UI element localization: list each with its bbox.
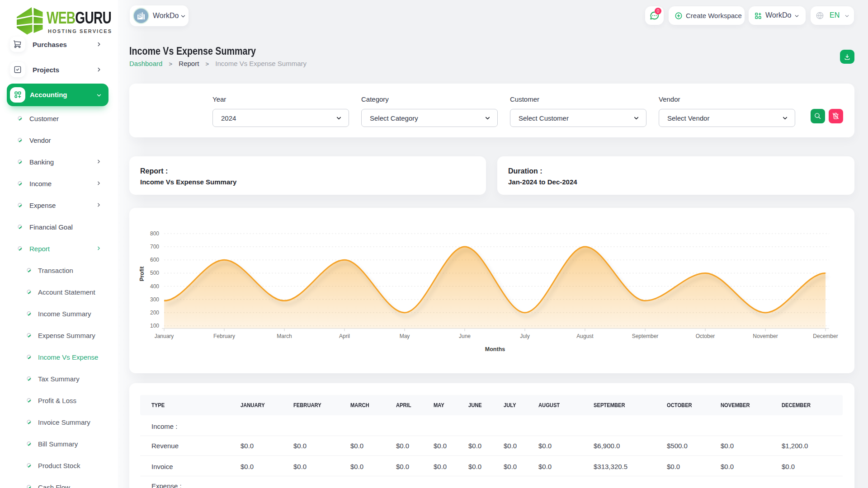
- svg-text:September: September: [632, 333, 659, 339]
- svg-text:600: 600: [150, 257, 159, 263]
- svg-text:August: August: [576, 333, 594, 339]
- svg-text:Profit: Profit: [139, 266, 145, 281]
- svg-text:April: April: [339, 333, 350, 339]
- svg-text:May: May: [400, 333, 410, 339]
- svg-text:July: July: [520, 333, 529, 339]
- svg-text:300: 300: [150, 296, 159, 303]
- svg-text:800: 800: [150, 230, 159, 237]
- svg-text:October: October: [696, 333, 715, 339]
- svg-text:200: 200: [150, 310, 159, 316]
- svg-text:June: June: [459, 333, 471, 339]
- svg-text:100: 100: [150, 323, 159, 329]
- svg-text:January: January: [155, 333, 174, 339]
- svg-text:500: 500: [150, 270, 159, 276]
- svg-text:November: November: [753, 333, 778, 339]
- svg-text:700: 700: [150, 244, 159, 250]
- svg-text:400: 400: [150, 283, 159, 290]
- svg-text:December: December: [813, 333, 838, 339]
- svg-text:February: February: [213, 333, 235, 339]
- svg-text:March: March: [277, 333, 292, 339]
- svg-text:Months: Months: [485, 346, 505, 352]
